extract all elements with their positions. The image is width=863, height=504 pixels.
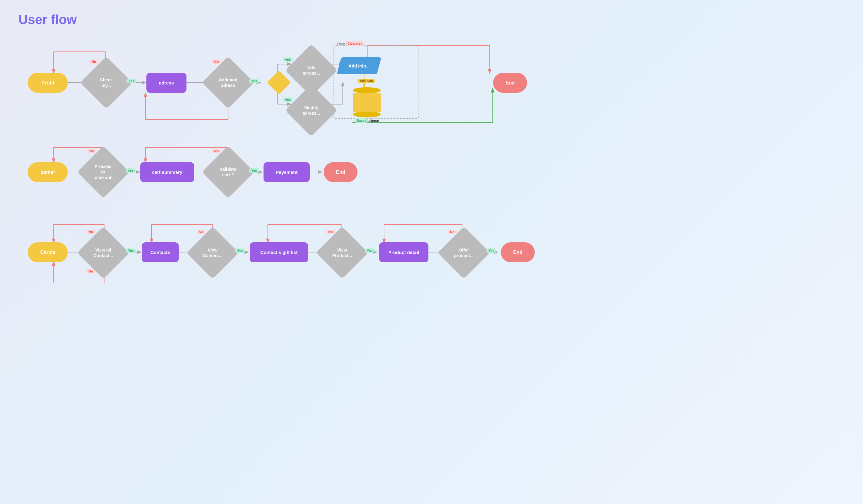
label-yes-addmod: Yes xyxy=(249,79,259,83)
label-no-viewcontact: No xyxy=(197,230,205,234)
page-title: User flow xyxy=(18,12,845,27)
label-yes-offerproduct: Yes xyxy=(486,249,497,253)
label-yes-validate: Yes xyxy=(249,168,259,173)
panier-node: panier xyxy=(28,162,68,182)
add-mod-adress-node: Add/modadress xyxy=(202,56,254,109)
cercle-node: Cercle xyxy=(28,242,68,262)
add-data-label: Add data xyxy=(358,79,375,83)
label-no-proceed: No xyxy=(87,149,96,153)
small-diamond-node xyxy=(267,71,291,94)
product-detail-node: Product detail xyxy=(379,242,428,262)
app-database-node: App Database xyxy=(353,87,381,123)
cart-summary-node: cart summary xyxy=(140,162,194,182)
label-no-addmod: No xyxy=(212,60,221,64)
saved-label: Saved xyxy=(354,118,368,123)
contacts-node: Contacts xyxy=(142,242,179,262)
label-yes-proceed: yes xyxy=(126,168,136,173)
flow-row-1: Profil Checkmy... No Yes adress Add/moda… xyxy=(18,39,845,126)
canceled-label: Canceled xyxy=(345,41,365,46)
label-no-check: No xyxy=(89,60,98,64)
label-yes-modify-adress: yes xyxy=(283,97,293,102)
adress-node: adress xyxy=(147,73,186,93)
label-yes-check: Yes xyxy=(126,79,137,83)
flow-row-3: Cercle View allContact... No No Yes Cont… xyxy=(18,221,845,289)
contact-gift-list-node: Contact's gift list xyxy=(250,242,308,262)
label-yes-viewall: Yes xyxy=(126,249,136,253)
flow-canvas: Profil Checkmy... No Yes adress Add/moda… xyxy=(18,39,845,289)
label-no-viewall-top: No xyxy=(86,230,95,234)
end1-node: End xyxy=(493,73,527,93)
label-no-offerproduct: No xyxy=(448,230,457,234)
add-info-node: Add info... xyxy=(339,57,379,74)
modify-adress-node: Modifyadress... xyxy=(285,84,338,137)
flow-row-2: panier Proceedtochekout No yes cart summ… xyxy=(18,144,845,200)
end2-node: End xyxy=(324,162,358,182)
label-no-viewproduct: No xyxy=(326,230,335,234)
label-yes-viewcontact: Yes xyxy=(235,249,245,253)
label-no-viewall-bottom: No xyxy=(86,269,95,274)
end3-node: End xyxy=(501,242,535,262)
profil-node: Profil xyxy=(28,73,68,93)
label-yes-add-adress: yes xyxy=(283,57,293,62)
check-my-node: Checkmy... xyxy=(80,56,133,109)
payement-node: Payement xyxy=(264,162,310,182)
label-yes-viewproduct: Yes xyxy=(365,249,375,253)
label-no-validate: No xyxy=(212,149,221,153)
